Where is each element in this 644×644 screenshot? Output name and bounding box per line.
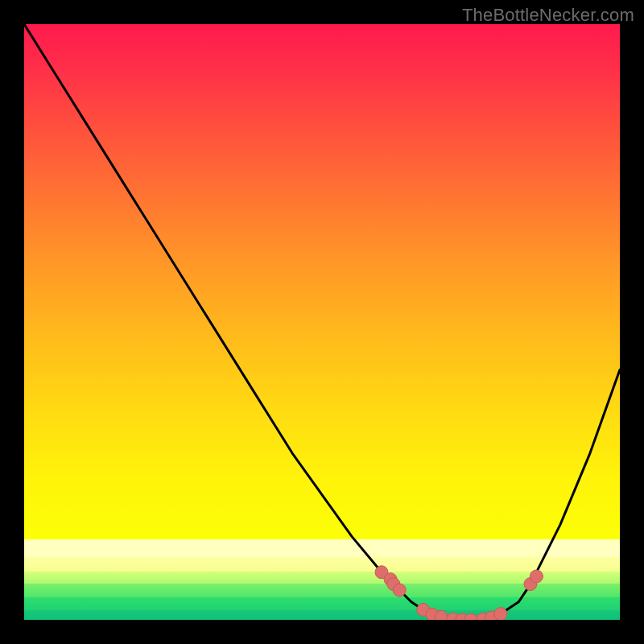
data-point xyxy=(530,570,543,583)
chart-stage: TheBottleNecker.com xyxy=(0,0,644,644)
plot-area xyxy=(24,24,620,620)
plot-svg xyxy=(24,24,620,620)
gradient-main xyxy=(24,24,620,539)
data-point xyxy=(494,608,507,620)
data-point xyxy=(393,584,406,597)
data-point xyxy=(435,610,448,620)
attribution-label: TheBottleNecker.com xyxy=(462,5,634,26)
